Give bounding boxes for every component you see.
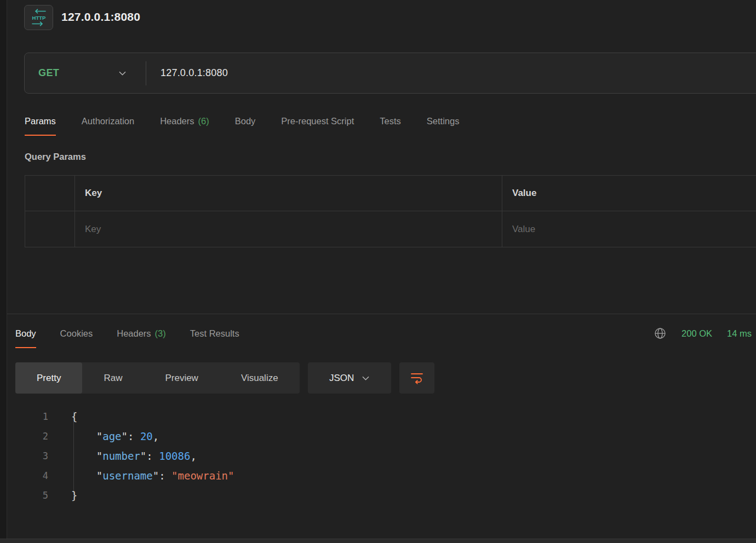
param-value-input[interactable] <box>502 211 756 247</box>
chevron-down-icon <box>362 376 369 380</box>
response-view-bar: Pretty Raw Preview Visualize JSON <box>15 362 434 394</box>
tab-label: Test Results <box>190 328 239 339</box>
tab-response-headers[interactable]: Headers (3) <box>117 328 166 348</box>
method-label: GET <box>38 67 59 79</box>
tab-pre-request-script[interactable]: Pre-request Script <box>281 116 354 136</box>
toggle-preview[interactable]: Preview <box>144 362 219 394</box>
query-params-title: Query Params <box>25 152 86 162</box>
left-edge-panel <box>0 0 7 543</box>
globe-icon <box>654 327 667 340</box>
code-line: { <box>71 407 234 426</box>
line-number: 5 <box>15 486 48 505</box>
tab-label: Headers <box>160 116 194 126</box>
tab-settings[interactable]: Settings <box>427 116 460 136</box>
toggle-visualize[interactable]: Visualize <box>220 362 300 394</box>
line-number: 2 <box>15 426 48 446</box>
tab-response-body[interactable]: Body <box>15 328 36 348</box>
request-title: 127.0.0.1:8080 <box>61 10 140 24</box>
tab-label: Authorization <box>82 116 134 126</box>
tab-test-results[interactable]: Test Results <box>190 328 239 348</box>
response-status: 200 OK <box>681 328 712 339</box>
tab-label: Cookies <box>60 328 93 339</box>
code-line: "age": 20, <box>71 426 234 446</box>
code-line: "username": "meowrain" <box>71 466 234 486</box>
response-divider <box>7 314 756 314</box>
tab-label: Pre-request Script <box>281 116 354 126</box>
toggle-raw[interactable]: Raw <box>82 362 144 394</box>
tab-label: Tests <box>380 116 401 126</box>
tab-label: Body <box>235 116 256 126</box>
query-params-table: Key Value <box>25 175 756 247</box>
toggle-pretty[interactable]: Pretty <box>15 362 82 394</box>
view-mode-group: Pretty Raw Preview Visualize <box>15 362 300 394</box>
http-request-icon: HTTP <box>24 5 53 30</box>
code-line: } <box>71 486 234 505</box>
wrap-lines-icon <box>410 372 424 385</box>
svg-text:HTTP: HTTP <box>32 15 45 21</box>
tab-count: (6) <box>198 116 209 126</box>
line-number: 1 <box>15 407 48 426</box>
row-select-cell <box>25 211 75 247</box>
param-key-input[interactable] <box>75 211 502 247</box>
tab-body[interactable]: Body <box>235 116 256 136</box>
tab-label: Body <box>15 328 36 339</box>
code-line: "number": 10086, <box>71 446 234 466</box>
tab-authorization[interactable]: Authorization <box>82 116 134 136</box>
language-selector[interactable]: JSON <box>308 362 391 394</box>
param-key-cell <box>75 211 502 247</box>
row-select-cell <box>25 176 75 211</box>
tab-count: (3) <box>155 328 166 339</box>
method-selector[interactable]: GET <box>25 67 146 79</box>
tab-params[interactable]: Params <box>25 116 56 136</box>
tab-headers[interactable]: Headers (6) <box>160 116 209 136</box>
url-bar: GET <box>24 53 756 94</box>
code-block: { "age": 20, "number": 10086, "username"… <box>71 407 234 505</box>
bottom-bar <box>0 539 756 543</box>
tab-tests[interactable]: Tests <box>380 116 401 136</box>
tab-label: Params <box>25 116 56 126</box>
chevron-down-icon <box>119 71 126 76</box>
column-header-value: Value <box>502 176 756 211</box>
language-label: JSON <box>329 373 354 384</box>
tab-cookies[interactable]: Cookies <box>60 328 93 348</box>
line-number: 3 <box>15 446 48 466</box>
http-icon: HTTP <box>30 9 48 26</box>
url-input[interactable] <box>146 67 756 79</box>
tab-label: Headers <box>117 328 151 339</box>
column-header-key: Key <box>75 176 502 211</box>
code-gutter: 12345 <box>15 407 48 505</box>
response-time: 14 ms <box>727 328 752 339</box>
request-tabs: Params Authorization Headers (6) Body Pr… <box>25 116 459 136</box>
response-meta: 200 OK 14 ms <box>654 327 752 340</box>
wrap-lines-button[interactable] <box>399 362 434 394</box>
param-value-cell <box>502 211 756 247</box>
tab-label: Settings <box>427 116 460 126</box>
response-tabs: Body Cookies Headers (3) Test Results <box>15 328 239 348</box>
line-number: 4 <box>15 466 48 486</box>
